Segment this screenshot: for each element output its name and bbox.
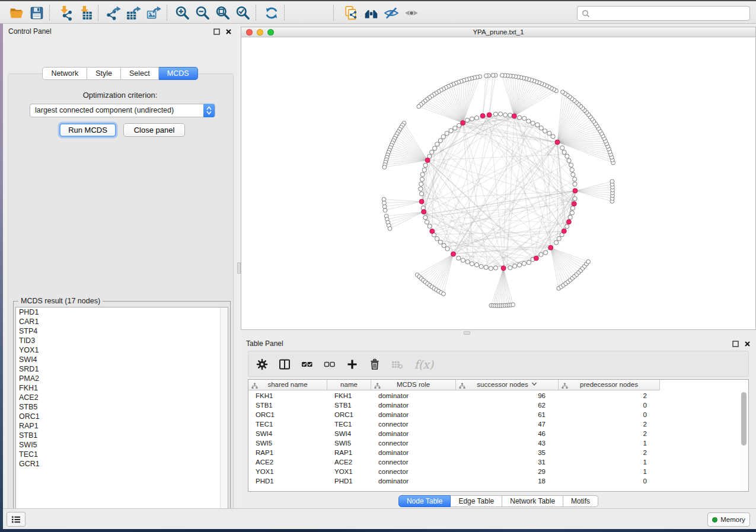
maximize-window-icon[interactable] xyxy=(267,29,274,36)
tab-node-table[interactable]: Node Table xyxy=(398,495,451,507)
cell-MCDS-role: connector xyxy=(371,457,456,467)
mcds-result-item[interactable]: PHD1 xyxy=(16,307,228,317)
mcds-result-item[interactable]: ACE2 xyxy=(16,393,228,402)
mcds-result-item[interactable]: PMA2 xyxy=(16,374,228,383)
open-session-button[interactable] xyxy=(7,4,26,22)
mcds-result-item[interactable]: STB1 xyxy=(16,431,228,440)
mcds-result-item[interactable]: SRD1 xyxy=(16,364,228,374)
zoom-fit-icon xyxy=(215,5,231,21)
table-scrollbar-thumb[interactable] xyxy=(741,392,747,446)
network-window-title: YPA_prune.txt_1 xyxy=(473,28,524,36)
import-network-button[interactable] xyxy=(56,4,75,22)
clone-network-button[interactable] xyxy=(342,4,361,22)
table-row[interactable]: STB1STB1dominator620 xyxy=(248,400,741,410)
zoom-in-button[interactable] xyxy=(173,4,192,22)
column-header-successor-nodes[interactable]: successor nodes xyxy=(456,380,559,390)
open-session-icon xyxy=(9,5,24,21)
hide-graphics-details-button[interactable] xyxy=(382,4,401,22)
cell-shared-name: ACE2 xyxy=(248,457,327,467)
table-row[interactable]: SWI5SWI5connector431 xyxy=(248,438,741,448)
column-header-MCDS-role[interactable]: MCDS role xyxy=(371,380,456,390)
table-row[interactable]: ACE2ACE2connector311 xyxy=(248,457,741,467)
delete-row-button[interactable] xyxy=(366,355,384,373)
export-table-button[interactable] xyxy=(125,4,143,22)
close-panel-icon[interactable] xyxy=(225,28,232,35)
tab-motifs[interactable]: Motifs xyxy=(563,495,598,507)
mcds-result-item[interactable]: YOX1 xyxy=(16,345,228,355)
refresh-layout-button[interactable] xyxy=(262,4,281,22)
mcds-list-scrollbar[interactable] xyxy=(220,307,228,518)
table-row[interactable]: TEC1TEC1connector472 xyxy=(248,419,741,429)
zoom-out-button[interactable] xyxy=(193,4,212,22)
task-history-button[interactable] xyxy=(7,512,25,527)
settings-button[interactable] xyxy=(253,355,271,373)
search-input[interactable] xyxy=(590,7,749,20)
mcds-result-item[interactable]: STP4 xyxy=(16,326,228,336)
table-row[interactable]: FKH1FKH1dominator962 xyxy=(248,391,741,400)
cell-MCDS-role: dominator xyxy=(371,410,456,419)
float-table-panel-icon[interactable] xyxy=(732,340,739,347)
float-panel-icon[interactable] xyxy=(213,28,220,35)
tab-network[interactable]: Network xyxy=(42,67,87,80)
export-image-button[interactable] xyxy=(145,4,164,22)
mcds-result-item[interactable]: GCR1 xyxy=(16,459,228,469)
mcds-result-item[interactable]: FKH1 xyxy=(16,383,228,393)
select-all-button[interactable] xyxy=(298,355,316,373)
column-header-predecessor-nodes[interactable]: predecessor nodes xyxy=(559,380,660,390)
table-row[interactable]: ORC1ORC1dominator610 xyxy=(248,410,741,419)
memory-button[interactable]: Memory xyxy=(707,512,750,527)
deselect-all-button[interactable] xyxy=(321,355,339,373)
run-mcds-button[interactable]: Run MCDS xyxy=(59,123,116,137)
save-session-button[interactable] xyxy=(27,4,46,22)
horizontal-splitter[interactable] xyxy=(241,330,756,336)
cell-successor-nodes: 47 xyxy=(456,419,559,429)
table-header-row: shared namenameMCDS rolesuccessor nodesp… xyxy=(248,380,660,390)
table-row[interactable]: RAP1RAP1dominator352 xyxy=(248,448,741,457)
mcds-result-item[interactable]: CAR1 xyxy=(16,317,228,326)
tab-network-table[interactable]: Network Table xyxy=(502,495,563,507)
search-icon xyxy=(582,9,590,18)
mcds-result-item[interactable]: ORC1 xyxy=(16,412,228,421)
column-header-shared-name[interactable]: shared name xyxy=(248,380,327,390)
table-row[interactable]: YOX1YOX1connector291 xyxy=(248,467,741,476)
minimize-window-icon[interactable] xyxy=(257,29,263,36)
table-scrollbar[interactable] xyxy=(740,391,748,491)
tab-edge-table[interactable]: Edge Table xyxy=(451,495,502,507)
export-network-button[interactable] xyxy=(104,4,123,22)
mcds-result-item[interactable]: SWI4 xyxy=(16,355,228,364)
cell-name: SWI5 xyxy=(327,438,371,448)
cell-MCDS-role: connector xyxy=(371,438,456,448)
add-row-button[interactable] xyxy=(343,355,361,373)
mcds-result-item[interactable]: RAP1 xyxy=(16,421,228,431)
table-row[interactable]: PHD1PHD1dominator180 xyxy=(248,476,741,486)
search-field[interactable] xyxy=(577,6,750,21)
mcds-node xyxy=(425,158,430,163)
toolbar-separator xyxy=(333,5,334,21)
cell-MCDS-role: connector xyxy=(371,419,456,429)
mcds-result-item[interactable]: TID3 xyxy=(16,336,228,345)
mcds-result-item[interactable]: STB5 xyxy=(16,402,228,412)
criterion-dropdown[interactable]: largest connected component (undirected) xyxy=(30,104,215,117)
columns-button[interactable] xyxy=(276,355,294,373)
zoom-fit-button[interactable] xyxy=(213,4,232,22)
column-header-name[interactable]: name xyxy=(327,380,371,390)
tab-select[interactable]: Select xyxy=(121,67,159,80)
tab-mcds[interactable]: MCDS xyxy=(159,67,198,80)
table-row[interactable]: SWI4SWI4dominator462 xyxy=(248,429,741,438)
mcds-result-item[interactable]: TEC1 xyxy=(16,450,228,459)
cell-predecessor-nodes: 1 xyxy=(559,457,660,467)
zoom-selected-button[interactable] xyxy=(234,4,253,22)
mcds-result-list[interactable]: PHD1CAR1STP4TID3YOX1SWI4SRD1PMA2FKH1ACE2… xyxy=(15,307,228,518)
tab-style[interactable]: Style xyxy=(87,67,121,80)
network-window-titlebar[interactable]: YPA_prune.txt_1 xyxy=(241,27,755,37)
search-all-button[interactable] xyxy=(362,4,381,22)
mcds-result-item[interactable]: SWI5 xyxy=(16,440,228,450)
close-window-icon[interactable] xyxy=(246,29,253,36)
import-table-button[interactable] xyxy=(76,4,95,22)
close-panel-button[interactable]: Close panel xyxy=(123,123,185,137)
network-canvas[interactable] xyxy=(241,37,755,329)
close-table-panel-icon[interactable] xyxy=(744,340,751,347)
cell-shared-name: PHD1 xyxy=(248,476,327,486)
toolbar-separator xyxy=(256,5,256,21)
horizontal-splitter-grip[interactable] xyxy=(464,331,470,335)
